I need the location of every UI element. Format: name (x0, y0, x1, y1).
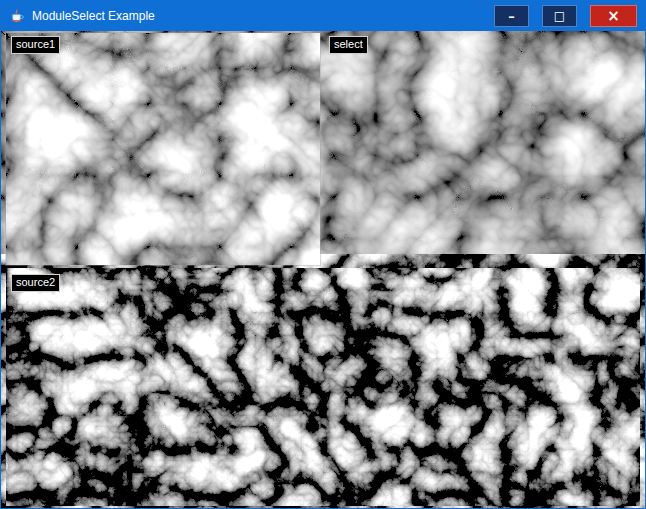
close-button[interactable]: × (590, 5, 637, 27)
source2-label: source2 (11, 274, 60, 292)
source1-image (6, 33, 320, 265)
select-label: select (329, 36, 368, 54)
source1-label: source1 (11, 36, 60, 54)
title-bar[interactable]: ModuleSelect Example – □ × (1, 1, 645, 31)
window-controls: – □ × (494, 5, 637, 27)
app-window: ModuleSelect Example – □ × (0, 0, 646, 509)
maximize-button[interactable]: □ (542, 5, 577, 27)
minimize-button[interactable]: – (494, 5, 529, 27)
window-title: ModuleSelect Example (32, 9, 155, 23)
source2-image (6, 268, 640, 506)
java-icon (8, 8, 25, 25)
render-canvas: source1 select source2 (1, 31, 645, 508)
